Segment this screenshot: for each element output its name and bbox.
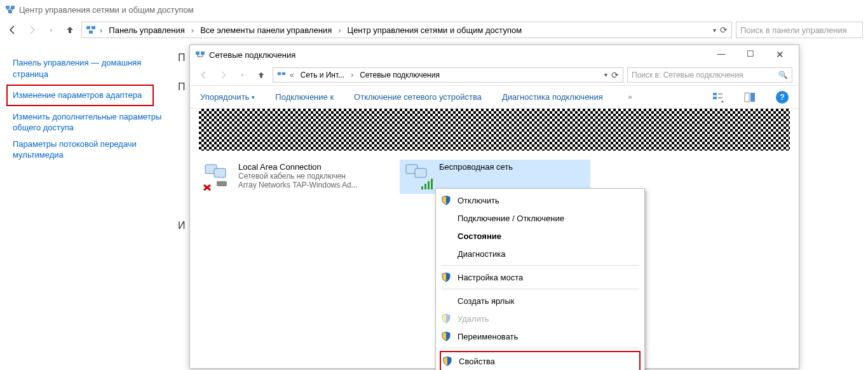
breadcrumb-sep: › [337, 25, 342, 35]
redacted-area [199, 109, 790, 151]
svg-rect-1 [11, 6, 15, 9]
toolbar-disable[interactable]: Отключение сетевого устройства [354, 92, 482, 102]
breadcrumb-item[interactable]: Центр управления сетями и общим доступом [345, 24, 525, 36]
toolbar-overflow-icon[interactable]: » [628, 93, 632, 100]
forward-button [24, 22, 39, 38]
child-address-bar[interactable]: « Сеть и Инт... › Сетевые подключения ▾ … [273, 67, 623, 83]
network-connections-icon [195, 50, 205, 60]
child-titlebar: Сетевые подключения — ☐ ✕ [190, 45, 799, 64]
wireless-adapter-icon [402, 162, 434, 191]
breadcrumb-item[interactable]: Панель управления [106, 24, 187, 36]
back-button[interactable] [5, 22, 20, 38]
menu-separator [441, 348, 639, 348]
adapter-item-lan[interactable]: Local Area Connection Сетевой кабель не … [199, 160, 390, 194]
svg-rect-11 [713, 97, 717, 99]
main-title-text: Центр управления сетями и общим доступом [19, 5, 194, 15]
svg-rect-13 [718, 97, 722, 99]
child-nav-row: ▾ « Сеть и Инт... › Сетевые подключения … [190, 64, 799, 86]
hint-letter: П [178, 52, 188, 64]
menu-disable[interactable]: Отключить [436, 191, 644, 209]
adapter-context-menu: Отключить Подключение / Отключение Состо… [435, 188, 645, 370]
view-options-icon[interactable] [712, 92, 724, 103]
recent-dropdown[interactable]: ▾ [43, 22, 58, 38]
shield-icon [441, 313, 451, 324]
menu-bridge[interactable]: Настройка моста [436, 268, 644, 286]
svg-rect-15 [750, 93, 755, 102]
child-forward-button [215, 67, 231, 83]
preview-pane-icon[interactable] [744, 92, 756, 103]
adapter-name: Беспроводная сеть [439, 162, 513, 172]
child-recent-dropdown[interactable]: ▾ [234, 67, 250, 83]
svg-rect-20 [415, 168, 426, 177]
shield-icon [441, 331, 451, 341]
address-dropdown-icon[interactable]: ▾ [604, 71, 607, 78]
menu-properties-highlight: Свойства [440, 351, 641, 370]
maximize-button[interactable]: ☐ [742, 49, 759, 60]
network-center-icon [5, 4, 15, 15]
sidebar: Панель управления — домашняя страница Из… [0, 41, 178, 249]
main-address-bar[interactable]: › Панель управления › Все элементы панел… [81, 22, 732, 38]
menu-connect-disconnect[interactable]: Подключение / Отключение [436, 209, 644, 227]
chevron-down-icon: ▾ [50, 27, 53, 34]
arrow-up-icon [65, 25, 75, 35]
content-hint-letters: П П И [178, 41, 188, 249]
sidebar-sharing-settings-link[interactable]: Изменить дополнительные параметры общего… [13, 111, 165, 134]
menu-separator [441, 289, 639, 289]
menu-properties[interactable]: Свойства [441, 352, 639, 370]
svg-rect-17 [214, 168, 226, 177]
svg-rect-7 [201, 51, 205, 55]
address-dropdown-icon[interactable]: ▾ [713, 27, 716, 34]
up-button[interactable] [62, 22, 78, 38]
hint-letter: П [178, 81, 188, 93]
svg-rect-23 [428, 181, 430, 189]
breadcrumb-item[interactable]: Все элементы панели управления [198, 24, 334, 36]
adapter-driver: Array Networks TAP-Windows Ad... [238, 181, 358, 189]
svg-rect-8 [278, 72, 281, 74]
breadcrumb-sep: « [288, 71, 295, 79]
shield-icon [441, 272, 451, 282]
chevron-down-icon: ▾ [252, 94, 255, 100]
sidebar-media-streaming-link[interactable]: Параметры потоковой передачи мультимедиа [13, 139, 165, 161]
breadcrumb-item[interactable]: Сеть и Инт... [298, 69, 347, 81]
menu-shortcut[interactable]: Создать ярлык [436, 292, 644, 310]
toolbar-diagnose[interactable]: Диагностика подключения [502, 92, 603, 102]
menu-status[interactable]: Состояние [436, 227, 644, 245]
minimize-button[interactable]: — [712, 49, 730, 60]
shield-icon [441, 195, 451, 205]
breadcrumb-item[interactable]: Сетевые подключения [357, 69, 442, 81]
svg-rect-18 [217, 181, 227, 186]
svg-rect-3 [86, 26, 90, 29]
arrow-left-icon [8, 25, 18, 35]
menu-diagnostics[interactable]: Диагностика [436, 245, 644, 263]
child-up-button[interactable] [254, 67, 269, 83]
close-button[interactable]: ✕ [771, 49, 789, 60]
refresh-icon[interactable]: ⟳ [720, 25, 728, 35]
svg-rect-21 [421, 186, 423, 189]
breadcrumb-sep: › [349, 71, 355, 79]
svg-rect-6 [196, 51, 200, 55]
network-center-icon [86, 25, 96, 35]
sidebar-adapter-settings-link[interactable]: Изменение параметров адаптера [6, 85, 154, 106]
adapter-status: Сетевой кабель не подключен [238, 172, 358, 181]
chevron-down-icon: ▾ [241, 72, 244, 78]
adapter-name: Local Area Connection [238, 162, 358, 172]
arrow-left-icon [200, 71, 208, 79]
child-search-input[interactable]: Поиск в: Сетевые подключения 🔍 [627, 67, 792, 83]
sidebar-home-link[interactable]: Панель управления — домашняя страница [13, 57, 165, 79]
menu-delete: Удалить [436, 310, 644, 327]
svg-rect-5 [89, 31, 93, 34]
child-title-text: Сетевые подключения [209, 50, 295, 60]
help-icon[interactable]: ? [776, 91, 789, 104]
svg-rect-4 [92, 26, 95, 29]
network-connections-icon [277, 71, 286, 79]
svg-rect-12 [718, 93, 722, 95]
svg-rect-2 [8, 10, 12, 13]
menu-rename[interactable]: Переименовать [436, 327, 644, 345]
refresh-icon[interactable]: ⟳ [611, 70, 619, 80]
main-search-input[interactable]: Поиск в панели управления [736, 22, 863, 38]
toolbar-organize[interactable]: Упорядочить ▾ [200, 92, 255, 102]
toolbar-connect[interactable]: Подключение к [275, 92, 334, 102]
child-back-button[interactable] [196, 67, 212, 83]
menu-separator [441, 265, 639, 266]
breadcrumb-sep: › [190, 25, 195, 35]
